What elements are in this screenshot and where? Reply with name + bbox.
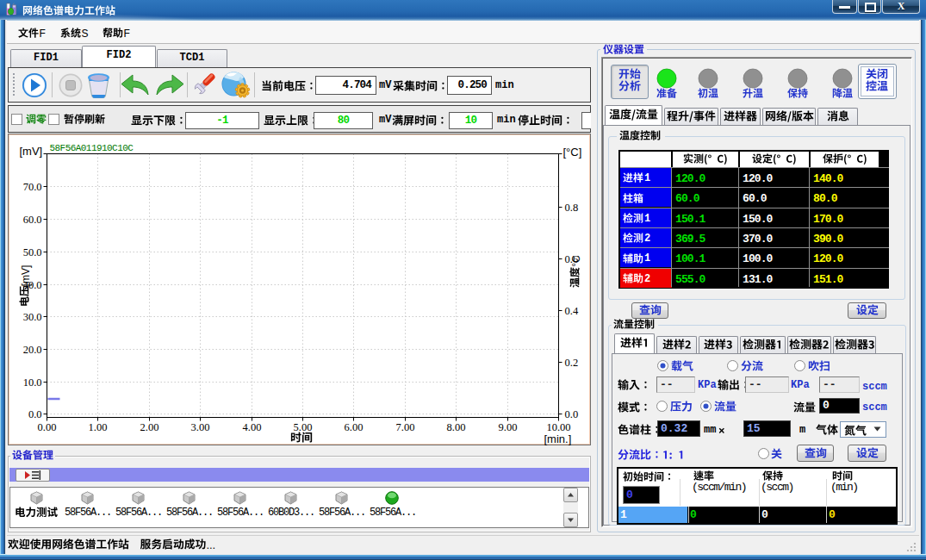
svg-text:60.0: 60.0 bbox=[23, 214, 42, 226]
svg-text:[mV]: [mV] bbox=[20, 145, 43, 158]
svg-text:0.0: 0.0 bbox=[28, 408, 42, 420]
svg-text:1.00: 1.00 bbox=[89, 421, 108, 433]
svg-text:58F56A011910C10C: 58F56A011910C10C bbox=[50, 143, 134, 153]
svg-text:7.00: 7.00 bbox=[396, 421, 415, 433]
svg-text:0.2: 0.2 bbox=[565, 357, 579, 369]
svg-text:[min.]: [min.] bbox=[544, 432, 572, 445]
svg-text:0.0: 0.0 bbox=[565, 408, 579, 420]
svg-text:4.00: 4.00 bbox=[243, 421, 262, 433]
svg-text:0.00: 0.00 bbox=[38, 421, 57, 433]
svg-text:10.00: 10.00 bbox=[546, 421, 570, 433]
svg-text:9.00: 9.00 bbox=[499, 421, 518, 433]
svg-text:0.8: 0.8 bbox=[565, 202, 579, 214]
svg-text:[°C]: [°C] bbox=[563, 146, 582, 159]
svg-text:2.00: 2.00 bbox=[140, 421, 159, 433]
svg-text:10.0: 10.0 bbox=[23, 376, 42, 389]
svg-text:8.00: 8.00 bbox=[447, 421, 466, 433]
svg-text:6.00: 6.00 bbox=[345, 421, 364, 433]
svg-text:3.00: 3.00 bbox=[191, 421, 210, 433]
svg-text:70.0: 70.0 bbox=[23, 181, 42, 193]
svg-text:20.0: 20.0 bbox=[23, 344, 42, 356]
